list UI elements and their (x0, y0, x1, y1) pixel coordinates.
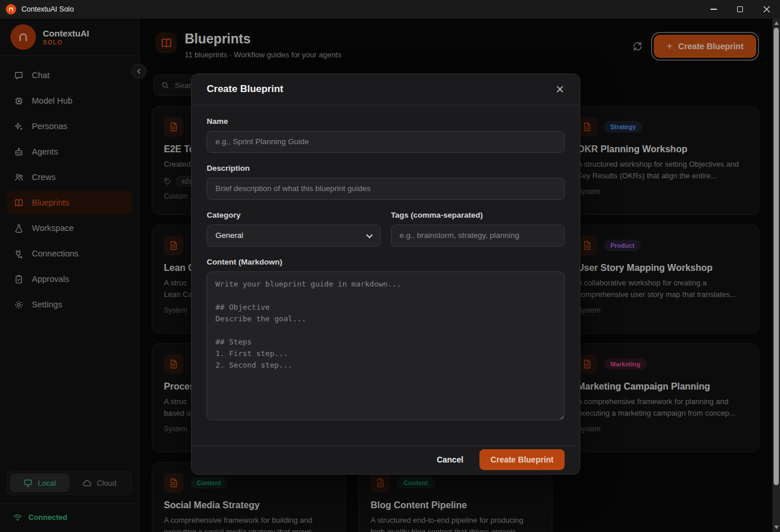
app-logo-icon (6, 4, 16, 14)
modal-title: Create Blueprint (207, 83, 283, 95)
category-select[interactable]: General (207, 225, 380, 247)
chevron-down-icon (366, 232, 372, 238)
titlebar: ContextuAI Solo (0, 0, 780, 19)
modal-footer: Cancel Create Blueprint (192, 445, 580, 474)
content-markdown-field[interactable] (207, 271, 565, 420)
description-field[interactable] (207, 178, 565, 200)
content-label: Content (Markdown) (207, 258, 565, 266)
modal-body: Name Description Category General Tags (… (192, 105, 580, 445)
create-blueprint-submit-button[interactable]: Create Blueprint (479, 449, 565, 470)
maximize-button[interactable] (727, 0, 753, 19)
cancel-button[interactable]: Cancel (429, 450, 471, 469)
close-icon (763, 6, 770, 13)
name-label: Name (207, 117, 565, 126)
minimize-button[interactable] (700, 0, 727, 19)
scrollbar[interactable] (772, 19, 780, 532)
category-label: Category (207, 211, 380, 219)
close-icon: ✕ (555, 83, 565, 96)
modal-close-button[interactable]: ✕ (555, 84, 565, 95)
description-label: Description (207, 164, 565, 173)
app-window: ContextuAI Solo ContextuAI SOLO ChatMode… (0, 0, 780, 532)
name-field[interactable] (207, 131, 565, 153)
scrollbar-thumb[interactable] (774, 28, 779, 485)
tags-label: Tags (comma-separated) (391, 211, 565, 219)
modal-header: Create Blueprint ✕ (192, 74, 580, 105)
category-select-value: General (215, 231, 243, 240)
window-title: ContextuAI Solo (21, 5, 74, 13)
create-blueprint-modal: Create Blueprint ✕ Name Description Cate… (191, 74, 580, 475)
close-button[interactable] (753, 0, 780, 19)
minimize-icon (711, 9, 717, 9)
maximize-icon (737, 6, 743, 12)
tags-field[interactable] (391, 225, 565, 247)
scroll-up-arrow-icon[interactable] (774, 21, 779, 25)
scroll-down-arrow-icon[interactable] (774, 526, 779, 529)
